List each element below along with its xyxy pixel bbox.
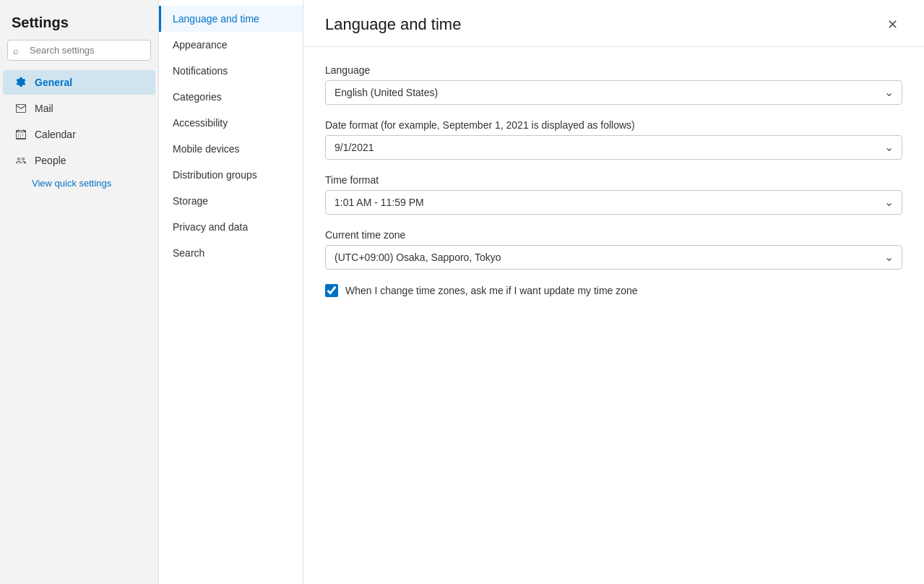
timezone-checkbox-group: When I change time zones, ask me if I wa…: [325, 284, 902, 297]
time-zone-group: Current time zone (UTC+09:00) Osaka, Sap…: [325, 229, 902, 270]
sub-item-storage[interactable]: Storage: [159, 188, 303, 214]
time-format-label: Time format: [325, 174, 902, 186]
date-format-select-wrapper: 9/1/2021 1/9/2021 September 1, 2021 1 Se…: [325, 135, 902, 160]
sidebar-item-label-calendar: Calendar: [35, 129, 76, 140]
search-input[interactable]: [7, 40, 151, 61]
sidebar-item-mail[interactable]: Mail: [3, 96, 155, 121]
panel-body: Language English (United States) English…: [303, 47, 924, 314]
search-box: ⌕: [7, 40, 151, 61]
time-zone-label: Current time zone: [325, 229, 902, 241]
main-content: Language and time ✕ Language English (Un…: [303, 0, 924, 584]
calendar-icon: [14, 128, 27, 141]
close-button[interactable]: ✕: [882, 14, 902, 35]
sub-item-notifications[interactable]: Notifications: [159, 58, 303, 84]
search-icon: ⌕: [13, 45, 19, 56]
time-format-select[interactable]: 1:01 AM - 11:59 PM 01:01 - 23:59: [325, 190, 902, 215]
time-format-group: Time format 1:01 AM - 11:59 PM 01:01 - 2…: [325, 174, 902, 215]
sub-item-privacy-and-data[interactable]: Privacy and data: [159, 214, 303, 240]
timezone-checkbox[interactable]: [325, 284, 338, 297]
sub-item-distribution-groups[interactable]: Distribution groups: [159, 162, 303, 188]
sub-sidebar: Language and time Appearance Notificatio…: [159, 0, 303, 584]
sub-item-search[interactable]: Search: [159, 240, 303, 266]
panel-title: Language and time: [325, 15, 461, 34]
people-icon: [14, 154, 27, 167]
mail-icon: [14, 102, 27, 115]
timezone-checkbox-label[interactable]: When I change time zones, ask me if I wa…: [345, 285, 638, 296]
language-select[interactable]: English (United States) English (United …: [325, 80, 902, 105]
sub-item-mobile-devices[interactable]: Mobile devices: [159, 136, 303, 162]
sidebar-item-label-mail: Mail: [35, 103, 53, 114]
sub-item-accessibility[interactable]: Accessibility: [159, 110, 303, 136]
language-label: Language: [325, 64, 902, 76]
time-zone-select-wrapper: (UTC+09:00) Osaka, Sapporo, Tokyo (UTC+0…: [325, 245, 902, 270]
view-quick-settings-link[interactable]: View quick settings: [0, 173, 158, 193]
time-zone-select[interactable]: (UTC+09:00) Osaka, Sapporo, Tokyo (UTC+0…: [325, 245, 902, 270]
sidebar-item-label-people: People: [35, 155, 66, 166]
time-format-select-wrapper: 1:01 AM - 11:59 PM 01:01 - 23:59: [325, 190, 902, 215]
left-sidebar: Settings ⌕ General Mail: [0, 0, 159, 584]
sidebar-item-calendar[interactable]: Calendar: [3, 122, 155, 147]
sub-item-appearance[interactable]: Appearance: [159, 32, 303, 58]
language-group: Language English (United States) English…: [325, 64, 902, 105]
gear-icon: [14, 76, 27, 89]
panel-header: Language and time ✕: [303, 0, 924, 47]
sub-item-categories[interactable]: Categories: [159, 84, 303, 110]
sidebar-item-people[interactable]: People: [3, 148, 155, 173]
date-format-group: Date format (for example, September 1, 2…: [325, 119, 902, 160]
date-format-select[interactable]: 9/1/2021 1/9/2021 September 1, 2021 1 Se…: [325, 135, 902, 160]
sidebar-item-label-general: General: [35, 77, 72, 88]
language-select-wrapper: English (United States) English (United …: [325, 80, 902, 105]
sub-item-language-and-time[interactable]: Language and time: [159, 6, 303, 32]
date-format-label: Date format (for example, September 1, 2…: [325, 119, 902, 131]
sidebar-item-general[interactable]: General: [3, 70, 155, 95]
app-title: Settings: [0, 9, 158, 40]
